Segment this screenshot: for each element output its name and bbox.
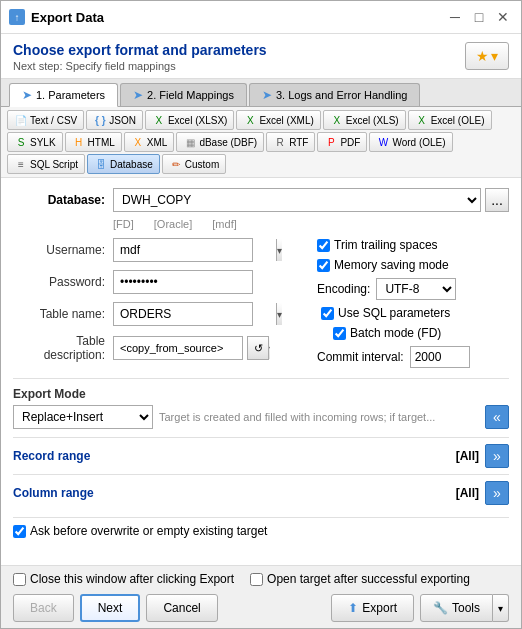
tools-icon: 🔧 <box>433 601 448 615</box>
xml-label: XML <box>147 137 168 148</box>
dropdown-arrow-icon: ▾ <box>491 48 498 64</box>
export-data-window: ↑ Export Data ─ □ ✕ Choose export format… <box>0 0 522 629</box>
encoding-row: Encoding: UTF-8 UTF-16 ASCII <box>317 278 509 300</box>
tools-label: Tools <box>452 601 480 615</box>
table-name-row: Table name: ▾ <box>13 302 309 326</box>
username-dropdown-btn[interactable]: ▾ <box>276 239 282 261</box>
text-csv-icon: 📄 <box>14 113 28 127</box>
format-json[interactable]: { } JSON <box>86 110 143 130</box>
tools-button-group: 🔧 Tools ▾ <box>420 594 509 622</box>
custom-icon: ✏ <box>169 157 183 171</box>
cancel-button[interactable]: Cancel <box>146 594 217 622</box>
open-target-item: Open target after successful exporting <box>250 572 470 586</box>
db-hint-fd: [FD] <box>113 218 134 230</box>
table-name-dropdown-btn[interactable]: ▾ <box>276 303 282 325</box>
database-label: Database <box>110 159 153 170</box>
memory-saving-checkbox[interactable] <box>317 259 330 272</box>
commit-interval-input[interactable] <box>410 346 470 368</box>
tab-parameters-label: 1. Parameters <box>36 89 105 101</box>
column-range-expand-button[interactable]: » <box>485 481 509 505</box>
format-sylk[interactable]: S SYLK <box>7 132 63 152</box>
encoding-select[interactable]: UTF-8 UTF-16 ASCII <box>376 278 456 300</box>
close-button[interactable]: ✕ <box>493 7 513 27</box>
tab-logs[interactable]: ➤ 3. Logs and Error Handling <box>249 83 420 106</box>
format-html[interactable]: H HTML <box>65 132 122 152</box>
ask-overwrite-label: Ask before overwrite or empty existing t… <box>30 524 267 538</box>
export-mode-label: Export Mode <box>13 387 509 401</box>
sylk-label: SYLK <box>30 137 56 148</box>
pdf-icon: P <box>324 135 338 149</box>
close-after-export-checkbox[interactable] <box>13 573 26 586</box>
header-section: Choose export format and parameters Next… <box>1 34 521 79</box>
table-desc-input[interactable] <box>114 339 264 357</box>
bottom-buttons: Back Next Cancel ⬆ Export 🔧 Tools ▾ <box>13 594 509 622</box>
table-name-input[interactable] <box>114 304 276 324</box>
batch-mode-checkbox[interactable] <box>333 327 346 340</box>
sql-icon: ≡ <box>14 157 28 171</box>
back-label: Back <box>30 601 57 615</box>
favorites-button[interactable]: ★ ▾ <box>465 42 509 70</box>
rtf-icon: R <box>273 135 287 149</box>
format-sql-script[interactable]: ≡ SQL Script <box>7 154 85 174</box>
column-range-value: [All] <box>456 486 479 500</box>
back-button[interactable]: Back <box>13 594 74 622</box>
table-name-label: Table name: <box>13 307 113 321</box>
export-label: Export <box>362 601 397 615</box>
format-xml[interactable]: X XML <box>124 132 175 152</box>
database-select[interactable]: DWH_COPY <box>113 188 481 212</box>
ask-overwrite-checkbox[interactable] <box>13 525 26 538</box>
format-pdf[interactable]: P PDF <box>317 132 367 152</box>
tabs-row: ➤ 1. Parameters ➤ 2. Field Mappings ➤ 3.… <box>1 79 521 107</box>
trim-spaces-checkbox[interactable] <box>317 239 330 252</box>
excel-xls-label: Excel (XLS) <box>346 115 399 126</box>
dbase-icon: ▦ <box>183 135 197 149</box>
text-csv-label: Text / CSV <box>30 115 77 126</box>
format-excel-xlsx[interactable]: X Excel (XLSX) <box>145 110 234 130</box>
maximize-button[interactable]: □ <box>469 7 489 27</box>
password-input[interactable] <box>113 270 253 294</box>
title-bar: ↑ Export Data ─ □ ✕ <box>1 1 521 34</box>
format-dbase[interactable]: ▦ dBase (DBF) <box>176 132 264 152</box>
tab-field-mappings-label: 2. Field Mappings <box>147 89 234 101</box>
next-button[interactable]: Next <box>80 594 141 622</box>
format-database[interactable]: 🗄 Database <box>87 154 160 174</box>
tab-arrow-icon-2: ➤ <box>133 88 143 102</box>
password-label: Password: <box>13 275 113 289</box>
username-row: Username: ▾ <box>13 238 309 262</box>
format-word-ole[interactable]: W Word (OLE) <box>369 132 452 152</box>
format-custom[interactable]: ✏ Custom <box>162 154 226 174</box>
tools-dropdown-button[interactable]: ▾ <box>493 594 509 622</box>
export-mode-select[interactable]: Replace+Insert Insert Update Delete <box>13 405 153 429</box>
table-desc-refresh-button[interactable]: ↺ <box>247 336 269 360</box>
password-row: Password: <box>13 270 309 294</box>
export-button[interactable]: ⬆ Export <box>331 594 414 622</box>
format-excel-ole[interactable]: X Excel (OLE) <box>408 110 492 130</box>
trim-spaces-row: Trim trailing spaces <box>317 238 509 252</box>
word-ole-label: Word (OLE) <box>392 137 445 148</box>
export-mode-expand-button[interactable]: « <box>485 405 509 429</box>
json-label: JSON <box>109 115 136 126</box>
format-excel-xml[interactable]: X Excel (XML) <box>236 110 320 130</box>
sylk-icon: S <box>14 135 28 149</box>
open-target-label: Open target after successful exporting <box>267 572 470 586</box>
database-label: Database: <box>13 193 113 207</box>
database-ellipsis-button[interactable]: ... <box>485 188 509 212</box>
format-rtf[interactable]: R RTF <box>266 132 315 152</box>
bottom-checkboxes: Close this window after clicking Export … <box>13 572 509 586</box>
format-text-csv[interactable]: 📄 Text / CSV <box>7 110 84 130</box>
column-range-row: Column range [All] » <box>13 474 509 511</box>
tab-field-mappings[interactable]: ➤ 2. Field Mappings <box>120 83 247 106</box>
use-sql-params-row: Use SQL parameters <box>321 306 509 320</box>
tools-button[interactable]: 🔧 Tools <box>420 594 493 622</box>
minimize-button[interactable]: ─ <box>445 7 465 27</box>
column-range-label: Column range <box>13 486 456 500</box>
tab-parameters[interactable]: ➤ 1. Parameters <box>9 83 118 107</box>
use-sql-params-checkbox[interactable] <box>321 307 334 320</box>
username-label: Username: <box>13 243 113 257</box>
username-input[interactable] <box>114 240 276 260</box>
record-range-expand-button[interactable]: » <box>485 444 509 468</box>
table-desc-control: ▾ ↺ <box>113 336 309 360</box>
username-control: ▾ <box>113 238 309 262</box>
open-target-checkbox[interactable] <box>250 573 263 586</box>
format-excel-xls[interactable]: X Excel (XLS) <box>323 110 406 130</box>
